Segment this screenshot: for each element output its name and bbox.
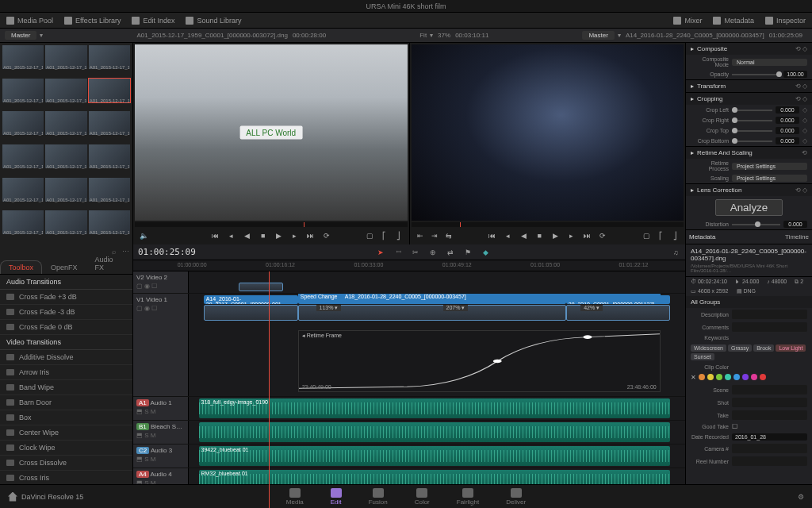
audio-clip[interactable] [199,422,671,442]
mark-in-icon[interactable]: ⎡ [381,232,389,240]
play-reverse-icon[interactable]: ◀ [243,232,251,240]
tab-media-pool[interactable]: Media Pool [6,17,53,25]
crop-slider[interactable] [732,140,772,142]
record-viewer[interactable] [412,44,684,221]
flag-tool-icon[interactable]: ⚑ [463,248,473,257]
media-thumb[interactable]: A01_2015-12-17_1 [45,144,86,168]
clip-label[interactable]: A14_2016-01-28_2217_C0001_[000000-001 [204,295,298,304]
good-take-checkbox[interactable]: ☐ [732,423,737,430]
clip[interactable] [204,305,298,321]
tab-mixer[interactable]: Mixer [673,17,702,25]
mark-out-icon[interactable]: ⎦ [671,232,679,240]
metadata-tab[interactable]: Metadata [689,233,715,241]
scaling-dropdown[interactable]: Project Settings [732,175,807,182]
speed-pct[interactable]: 42% ▾ [580,305,603,311]
fx-item[interactable]: Box [0,410,132,425]
first-frame-icon[interactable]: ⏮ [488,232,496,240]
media-thumb[interactable]: A01_2015-12-17_1 [2,79,44,102]
source-viewer[interactable]: ALL PC World [135,44,408,221]
stop-icon[interactable]: ■ [259,232,267,240]
crop-slider[interactable] [732,130,772,132]
fx-item[interactable]: Clock Wipe [0,441,132,456]
audio-clip[interactable]: 318_full_edgy-image_0190 [199,398,671,418]
meta-field-input[interactable] [732,310,807,319]
overwrite-icon[interactable]: ⇥ [431,232,439,240]
prev-frame-icon[interactable]: ◂ [228,232,236,240]
media-thumb[interactable]: A01_2015-12-17_1 [45,45,86,69]
loop-icon[interactable]: ⟳ [323,232,331,240]
fx-item[interactable]: Arrow Iris [0,365,132,380]
track-header[interactable]: A1 Audio 1⬒ S M [133,397,189,420]
loop-icon[interactable]: ⟳ [599,232,607,240]
blade-tool-icon[interactable]: ✂ [411,248,420,257]
media-thumb[interactable]: A01_2015-12-17_1 [89,210,130,234]
prev-frame-icon[interactable]: ◂ [504,232,511,240]
speed-change-bar[interactable]: Speed Change A18_2016-01-28_2240_C0005_[… [298,294,661,302]
insert-tool-icon[interactable]: ⊕ [428,248,438,257]
fx-item[interactable]: Cross Fade +3 dB [0,290,132,305]
bin-dropdown[interactable]: Master [5,31,36,40]
play-icon[interactable]: ▶ [551,232,559,240]
play-reverse-icon[interactable]: ◀ [519,232,527,240]
all-groups-header[interactable]: All Groups [686,296,812,308]
timeline-tab[interactable]: Timeline [785,233,809,241]
timeline-ruler[interactable]: 01:00:00:0001:00:16:1201:00:33:0001:00:4… [133,260,685,271]
next-frame-icon[interactable]: ▸ [567,232,575,240]
track-header[interactable]: C2 Audio 3⬒ S M [133,444,189,468]
media-thumb[interactable]: A01_2015-12-17_1 [45,178,86,202]
marker-tool-icon[interactable]: ◆ [481,248,490,257]
media-thumb[interactable]: A01_2015-12-17_1 [2,111,44,135]
fx-item[interactable]: Cross Fade 0 dB [0,320,132,335]
match-frame-icon[interactable]: ▢ [366,232,374,240]
composite-mode-dropdown[interactable]: Normal [732,59,807,66]
volume-icon[interactable]: 🔈 [140,232,147,240]
pointer-tool-icon[interactable]: ➤ [376,248,385,257]
keywords[interactable]: WidescreenGrassyBrookLow LightSunset [686,342,812,363]
crop-slider[interactable] [732,120,772,121]
cropping-header[interactable]: ▸ Cropping⟲ ◇ [686,93,812,105]
first-frame-icon[interactable]: ⏮ [212,232,220,240]
retime-header[interactable]: ▸ Retime And Scaling⟲ [686,147,812,159]
retime-curve[interactable]: ◂ Retime Frame 23:40:49:00 23:48:46:00 [298,330,661,392]
distortion-slider[interactable] [732,224,780,225]
tab-edit-index[interactable]: Edit Index [132,17,174,25]
mark-in-icon[interactable]: ⎡ [657,232,665,240]
media-thumb[interactable]: A01_2015-12-17_1 [45,210,86,234]
playhead[interactable] [269,271,270,508]
play-icon[interactable]: ▶ [275,232,283,240]
nav-edit[interactable]: Edit [331,488,342,506]
replace-icon[interactable]: ⇆ [445,232,453,240]
media-thumb[interactable]: A01_2015-12-17_1 [2,210,44,234]
fx-item[interactable]: Additive Dissolve [0,350,132,365]
link-tool-icon[interactable]: ⇄ [446,248,455,257]
audio-clip[interactable]: 39422_bluebeat 01 [199,446,671,466]
nav-color[interactable]: Color [415,488,430,506]
music-icon[interactable]: ♫ [671,248,680,257]
project-settings-icon[interactable]: ⚙ [798,493,804,501]
fx-item[interactable]: Band Wipe [0,380,132,395]
media-thumb[interactable]: A01_2015-12-17_1 [89,45,130,69]
nav-media[interactable]: Media [286,488,304,506]
trim-tool-icon[interactable]: ⎶ [393,248,403,257]
media-thumb[interactable]: A01_2015-12-17_1 [2,45,44,69]
tab-sound-library[interactable]: Sound Library [186,17,241,25]
meta-field-input[interactable] [732,398,807,407]
analyze-button[interactable]: Analyze [715,199,783,216]
nav-fairlight[interactable]: Fairlight [457,488,479,506]
composite-header[interactable]: ▸ Composite⟲ ◇ [686,43,812,55]
track-header[interactable]: B1 Bleach S…⬒ S M [133,421,189,444]
timeline-dropdown[interactable]: Master [582,31,614,40]
meta-field-input[interactable] [732,322,807,332]
fx-item[interactable]: Cross Dissolve [0,456,132,471]
media-thumb[interactable]: A01_2015-12-17_1 [2,178,44,202]
tab-effects-library[interactable]: Effects Library [64,17,121,25]
media-thumb[interactable]: A01_2015-12-17_1 [89,111,130,135]
media-thumb[interactable]: A01_2015-12-17_1 [45,111,86,135]
last-frame-icon[interactable]: ⏭ [307,232,315,240]
match-frame-icon[interactable]: ▢ [642,232,650,240]
nav-fusion[interactable]: Fusion [369,488,388,506]
last-frame-icon[interactable]: ⏭ [583,232,591,240]
tab-metadata[interactable]: Metadata [713,17,754,25]
transform-header[interactable]: ▸ Transform⟲ ◇ [686,80,812,92]
search-icon[interactable]: ⌕ [112,248,116,256]
